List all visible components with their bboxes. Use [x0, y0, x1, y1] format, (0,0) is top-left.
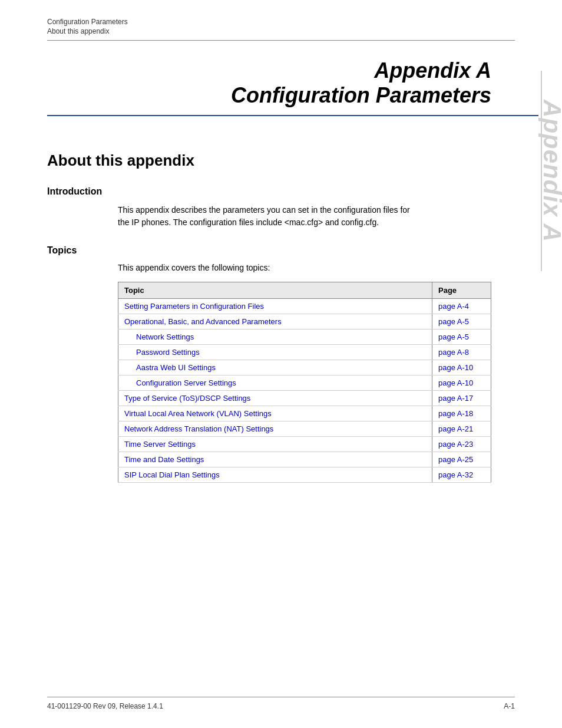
introduction-heading-block: Introduction — [47, 186, 515, 197]
breadcrumb-line2: About this appendix — [47, 27, 515, 35]
breadcrumb-line1: Configuration Parameters — [47, 18, 515, 26]
page-link[interactable]: page A-4 — [438, 302, 469, 311]
topic-link[interactable]: Type of Service (ToS)/DSCP Settings — [124, 394, 250, 403]
page-link[interactable]: page A-8 — [438, 348, 469, 357]
page-link[interactable]: page A-23 — [438, 440, 473, 449]
table-cell-page[interactable]: page A-10 — [432, 375, 491, 391]
page-link[interactable]: page A-25 — [438, 455, 473, 464]
footer-left: 41-001129-00 Rev 09, Release 1.4.1 — [47, 702, 163, 710]
table-row: Operational, Basic, and Advanced Paramet… — [118, 314, 491, 330]
topic-link[interactable]: Setting Parameters in Configuration File… — [124, 302, 264, 311]
config-title: Configuration Parameters — [47, 83, 491, 108]
table-cell-page[interactable]: page A-17 — [432, 391, 491, 406]
intro-line1: This appendix describes the parameters y… — [118, 205, 410, 215]
table-cell-page[interactable]: page A-10 — [432, 360, 491, 375]
table-row: Configuration Server Settingspage A-10 — [118, 375, 491, 391]
table-row: Password Settingspage A-8 — [118, 345, 491, 360]
table-cell-page[interactable]: page A-8 — [432, 345, 491, 360]
table-row: Time Server Settingspage A-23 — [118, 437, 491, 452]
topic-link[interactable]: Operational, Basic, and Advanced Paramet… — [124, 317, 282, 326]
topics-table: Topic Page Setting Parameters in Configu… — [118, 282, 491, 483]
footer: 41-001129-00 Rev 09, Release 1.4.1 A-1 — [47, 697, 515, 710]
topics-heading-block: Topics — [47, 245, 515, 256]
breadcrumb: Configuration Parameters About this appe… — [0, 0, 562, 35]
table-cell-topic[interactable]: Virtual Local Area Network (VLAN) Settin… — [118, 406, 432, 421]
content-area: Introduction This appendix describes the… — [0, 186, 562, 483]
page-link[interactable]: page A-10 — [438, 363, 473, 372]
topics-heading: Topics — [47, 245, 515, 256]
table-header-row: Topic Page — [118, 282, 491, 299]
page-link[interactable]: page A-17 — [438, 394, 473, 403]
introduction-heading: Introduction — [47, 186, 515, 197]
intro-text: This appendix describes the parameters y… — [118, 204, 491, 229]
table-cell-topic[interactable]: Operational, Basic, and Advanced Paramet… — [118, 314, 432, 330]
intro-line2: the IP phones. The configuration files i… — [118, 218, 379, 227]
page-link[interactable]: page A-32 — [438, 470, 473, 479]
table-cell-topic[interactable]: Password Settings — [118, 345, 432, 360]
topics-intro-text: This appendix covers the following topic… — [118, 263, 491, 272]
table-cell-topic[interactable]: Network Address Translation (NAT) Settin… — [118, 421, 432, 437]
topics-content: This appendix covers the following topic… — [118, 263, 491, 483]
side-tab-text: Appendix A — [538, 100, 562, 242]
table-cell-topic[interactable]: Time and Date Settings — [118, 452, 432, 467]
table-row: Time and Date Settingspage A-25 — [118, 452, 491, 467]
table-cell-topic[interactable]: Configuration Server Settings — [118, 375, 432, 391]
table-cell-page[interactable]: page A-4 — [432, 299, 491, 314]
table-cell-page[interactable]: page A-23 — [432, 437, 491, 452]
table-cell-topic[interactable]: Setting Parameters in Configuration File… — [118, 299, 432, 314]
page-link[interactable]: page A-18 — [438, 409, 473, 418]
page-link[interactable]: page A-21 — [438, 424, 473, 433]
table-row: Network Settingspage A-5 — [118, 330, 491, 345]
table-row: Network Address Translation (NAT) Settin… — [118, 421, 491, 437]
page-link[interactable]: page A-10 — [438, 378, 473, 387]
table-cell-topic[interactable]: SIP Local Dial Plan Settings — [118, 467, 432, 483]
table-cell-page[interactable]: page A-32 — [432, 467, 491, 483]
topic-link[interactable]: Virtual Local Area Network (VLAN) Settin… — [124, 409, 272, 418]
title-block: Appendix A Configuration Parameters — [0, 41, 538, 108]
about-heading: About this appendix — [47, 151, 515, 170]
side-tab: Appendix A — [541, 71, 562, 271]
table-row: Virtual Local Area Network (VLAN) Settin… — [118, 406, 491, 421]
col-header-topic: Topic — [118, 282, 432, 299]
topic-link[interactable]: Aastra Web UI Settings — [136, 363, 216, 372]
topic-link[interactable]: SIP Local Dial Plan Settings — [124, 470, 220, 479]
table-cell-topic[interactable]: Time Server Settings — [118, 437, 432, 452]
topic-link[interactable]: Network Address Translation (NAT) Settin… — [124, 424, 273, 433]
table-cell-topic[interactable]: Network Settings — [118, 330, 432, 345]
table-cell-page[interactable]: page A-5 — [432, 314, 491, 330]
table-row: Setting Parameters in Configuration File… — [118, 299, 491, 314]
page-link[interactable]: page A-5 — [438, 317, 469, 326]
intro-text-block: This appendix describes the parameters y… — [118, 204, 491, 229]
topic-link[interactable]: Time Server Settings — [124, 440, 196, 449]
appendix-title: Appendix A — [47, 58, 491, 83]
table-row: Type of Service (ToS)/DSCP Settingspage … — [118, 391, 491, 406]
table-row: SIP Local Dial Plan Settingspage A-32 — [118, 467, 491, 483]
table-cell-page[interactable]: page A-25 — [432, 452, 491, 467]
page-container: Appendix A Configuration Parameters Abou… — [0, 0, 562, 728]
table-row: Aastra Web UI Settingspage A-10 — [118, 360, 491, 375]
table-cell-page[interactable]: page A-21 — [432, 421, 491, 437]
col-header-page: Page — [432, 282, 491, 299]
topic-link[interactable]: Password Settings — [136, 348, 200, 357]
topic-link[interactable]: Network Settings — [136, 332, 194, 341]
table-cell-topic[interactable]: Type of Service (ToS)/DSCP Settings — [118, 391, 432, 406]
section-heading: About this appendix — [0, 116, 562, 170]
table-cell-topic[interactable]: Aastra Web UI Settings — [118, 360, 432, 375]
page-link[interactable]: page A-5 — [438, 332, 469, 341]
topic-link[interactable]: Configuration Server Settings — [136, 378, 236, 387]
table-cell-page[interactable]: page A-18 — [432, 406, 491, 421]
topic-link[interactable]: Time and Date Settings — [124, 455, 204, 464]
table-cell-page[interactable]: page A-5 — [432, 330, 491, 345]
footer-right: A-1 — [504, 702, 515, 710]
